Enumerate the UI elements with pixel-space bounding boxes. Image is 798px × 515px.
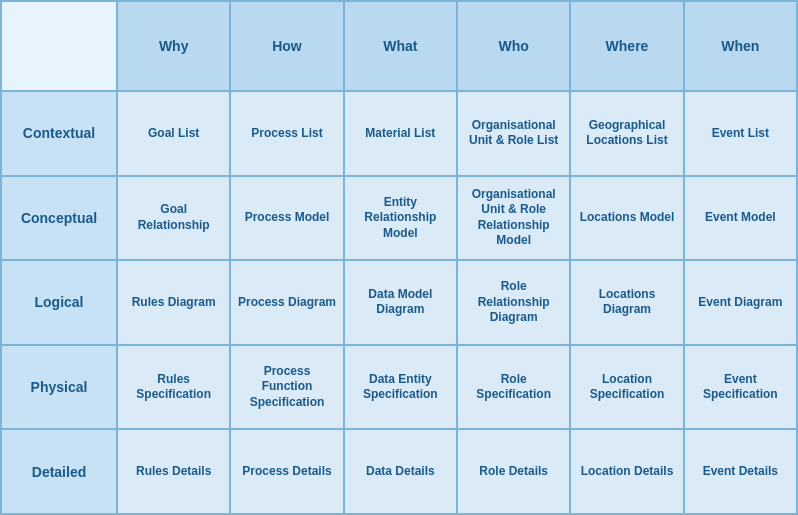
col-header-what: What <box>345 2 456 90</box>
cell-detailed-what: Data Details <box>345 430 456 513</box>
cell-physical-when: Event Specification <box>685 346 796 429</box>
cell-contextual-who: Organisational Unit & Role List <box>458 92 569 175</box>
zachman-framework-grid: Why How What Who Where When Contextual G… <box>0 0 798 515</box>
cell-detailed-why: Rules Details <box>118 430 229 513</box>
cell-logical-where: Locations Diagram <box>571 261 682 344</box>
cell-physical-where: Location Specification <box>571 346 682 429</box>
col-header-who: Who <box>458 2 569 90</box>
cell-contextual-when: Event List <box>685 92 796 175</box>
cell-detailed-who: Role Details <box>458 430 569 513</box>
col-header-how: How <box>231 2 342 90</box>
row-header-logical: Logical <box>2 261 116 344</box>
cell-conceptual-who: Organisational Unit & Role Relationship … <box>458 177 569 260</box>
cell-conceptual-when: Event Model <box>685 177 796 260</box>
cell-contextual-what: Material List <box>345 92 456 175</box>
cell-logical-what: Data Model Diagram <box>345 261 456 344</box>
cell-conceptual-why: Goal Relationship <box>118 177 229 260</box>
cell-logical-when: Event Diagram <box>685 261 796 344</box>
col-header-where: Where <box>571 2 682 90</box>
row-header-conceptual: Conceptual <box>2 177 116 260</box>
cell-detailed-how: Process Details <box>231 430 342 513</box>
cell-detailed-when: Event Details <box>685 430 796 513</box>
cell-conceptual-where: Locations Model <box>571 177 682 260</box>
cell-physical-what: Data Entity Specification <box>345 346 456 429</box>
cell-logical-why: Rules Diagram <box>118 261 229 344</box>
cell-physical-why: Rules Specification <box>118 346 229 429</box>
row-header-physical: Physical <box>2 346 116 429</box>
cell-conceptual-what: Entity Relationship Model <box>345 177 456 260</box>
cell-contextual-how: Process List <box>231 92 342 175</box>
cell-conceptual-how: Process Model <box>231 177 342 260</box>
cell-contextual-why: Goal List <box>118 92 229 175</box>
row-header-contextual: Contextual <box>2 92 116 175</box>
cell-contextual-where: Geographical Locations List <box>571 92 682 175</box>
row-header-detailed: Detailed <box>2 430 116 513</box>
cell-logical-who: Role Relationship Diagram <box>458 261 569 344</box>
cell-logical-how: Process Diagram <box>231 261 342 344</box>
col-header-why: Why <box>118 2 229 90</box>
cell-detailed-where: Location Details <box>571 430 682 513</box>
cell-physical-how: Process Function Specification <box>231 346 342 429</box>
corner-cell <box>2 2 116 90</box>
col-header-when: When <box>685 2 796 90</box>
cell-physical-who: Role Specification <box>458 346 569 429</box>
